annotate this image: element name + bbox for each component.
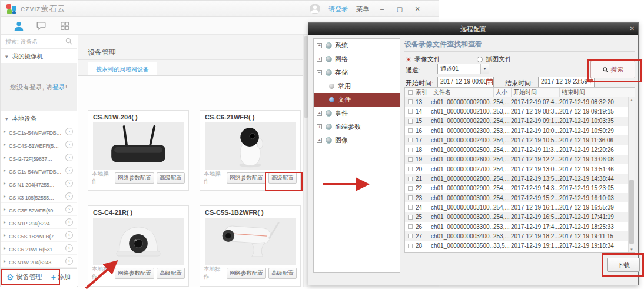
device-search-input[interactable]: 搜索: 设备名: [1, 35, 77, 49]
row-checkbox[interactable]: [408, 177, 413, 181]
chevron-down-icon[interactable]: ▼: [480, 64, 489, 74]
tab-lan-devices[interactable]: 搜索到的局域网设备: [88, 62, 157, 76]
close-button[interactable]: ✕: [413, 5, 422, 13]
device-expand-button[interactable]: ›: [65, 218, 73, 226]
tree-expander-icon[interactable]: −: [317, 70, 322, 75]
device-expand-button[interactable]: ›: [65, 192, 73, 200]
row-checkbox[interactable]: [408, 244, 413, 248]
tree-expander-icon[interactable]: +: [317, 43, 322, 48]
scroll-up-icon[interactable]: ▲: [629, 97, 635, 103]
network-config-button[interactable]: 网络参数配置: [115, 268, 154, 279]
row-checkbox[interactable]: [408, 215, 413, 220]
login-link[interactable]: 请登录: [328, 5, 348, 14]
content-scrollbar[interactable]: [303, 35, 308, 287]
table-row[interactable]: 15ch01_0000000002200...254,...2017-12-19…: [405, 117, 635, 126]
select-all-checkbox[interactable]: [408, 90, 413, 95]
maximize-button[interactable]: ▢: [395, 5, 404, 13]
table-row[interactable]: 27ch01_0000000003400...253,...2017-12-19…: [405, 231, 635, 241]
menu-button[interactable]: 菜单: [356, 5, 369, 14]
table-row[interactable]: 28ch01_0000000003500...33,5...2017-12-19…: [405, 241, 635, 250]
tree-item-系统[interactable]: +系统: [314, 39, 400, 52]
row-checkbox[interactable]: [408, 109, 413, 114]
row-checkbox[interactable]: [408, 119, 413, 124]
device-list-item[interactable]: ▸CS-N1-204(47255…›: [1, 177, 77, 190]
device-expand-button[interactable]: ›: [65, 180, 73, 187]
device-expand-button[interactable]: ›: [65, 154, 73, 161]
advanced-config-button[interactable]: 高级配置: [268, 268, 297, 279]
device-list-item[interactable]: ▸CS-C1s-54WFWFDB…›: [1, 164, 77, 177]
my-cameras-section[interactable]: ▾ 我的摄像机: [1, 49, 77, 63]
apps-tab-icon[interactable]: [59, 21, 70, 31]
channel-select[interactable]: 通道01 ▼: [437, 64, 489, 74]
tree-expander-icon[interactable]: +: [317, 138, 322, 143]
table-row[interactable]: 25ch01_0000000003200...254,...2017-12-19…: [405, 212, 635, 222]
table-row[interactable]: 13ch01_0000000002000...254,...2017-12-19…: [405, 97, 635, 107]
table-row[interactable]: 22ch01_0000000002900...254,...2017-12-19…: [405, 184, 635, 193]
tree-item-事件[interactable]: +事件: [314, 107, 400, 120]
user-tab-icon[interactable]: [14, 21, 24, 31]
device-expand-button[interactable]: ›: [65, 231, 73, 239]
row-checkbox[interactable]: [408, 99, 413, 104]
row-checkbox[interactable]: [408, 157, 413, 162]
network-config-button[interactable]: 网络参数配置: [227, 172, 266, 184]
snapshot-file-radio[interactable]: [477, 57, 483, 62]
tree-item-前端参数[interactable]: +前端参数: [314, 120, 400, 134]
device-list-item[interactable]: ▸CS-C4S-51WEFR(5…›: [1, 138, 77, 151]
row-checkbox[interactable]: [408, 195, 413, 200]
device-expand-button[interactable]: ›: [65, 257, 73, 265]
table-scrollbar[interactable]: ▲ ▼: [628, 97, 635, 253]
scroll-down-icon[interactable]: ▼: [629, 247, 635, 253]
device-list-item[interactable]: ▸CS-C1s-54WFWFDB…›: [1, 125, 77, 138]
device-list-item[interactable]: ▸CS-N1P-204(6224…›: [1, 216, 77, 229]
add-device-button[interactable]: + 添加: [51, 273, 71, 281]
device-list-item[interactable]: ▸CS-C5S-1B2WFR(7…›: [1, 229, 77, 242]
row-checkbox[interactable]: [408, 234, 413, 238]
tree-expander-icon[interactable]: +: [317, 57, 322, 62]
local-devices-section[interactable]: ▾ 本地设备: [1, 111, 77, 125]
dialog-titlebar[interactable]: 远程配置 ✕: [308, 23, 638, 35]
device-expand-button[interactable]: ›: [65, 128, 73, 135]
device-list-item[interactable]: ▸CS-C3E-52WFR(89…›: [1, 203, 77, 216]
search-button[interactable]: 搜索: [590, 61, 635, 78]
device-list-item[interactable]: ▸CS-I2-72F(59837…›: [1, 151, 77, 164]
download-button[interactable]: 下载: [607, 258, 640, 272]
table-row[interactable]: 21ch01_0000000002800...254,...2017-12-19…: [405, 174, 635, 183]
tree-item-常用[interactable]: 常用: [314, 79, 400, 93]
table-row[interactable]: 16ch01_0000000002300...253,...2017-12-19…: [405, 126, 635, 135]
table-row[interactable]: 24ch01_0000000003100...254,...2017-12-19…: [405, 202, 635, 212]
network-config-button[interactable]: 网络参数配置: [115, 172, 154, 184]
device-expand-button[interactable]: ›: [65, 141, 73, 148]
table-row[interactable]: 14ch01_0000000002100...253,...2017-12-19…: [405, 107, 635, 116]
tree-expander-icon[interactable]: +: [317, 111, 322, 116]
login-notice-link[interactable]: 登录: [52, 84, 65, 91]
table-row[interactable]: 17ch01_0000000002400...254,...2017-12-19…: [405, 135, 635, 145]
row-checkbox[interactable]: [408, 224, 413, 229]
start-time-input[interactable]: 2017-12-19 00:00: [437, 77, 494, 87]
chat-tab-icon[interactable]: [36, 21, 47, 31]
row-checkbox[interactable]: [408, 128, 413, 133]
table-row[interactable]: 19ch01_0000000002600...254,...2017-12-19…: [405, 155, 635, 164]
table-scrollbar-thumb[interactable]: [629, 180, 634, 244]
advanced-config-button[interactable]: 高级配置: [157, 268, 185, 279]
record-file-radio[interactable]: [406, 57, 411, 62]
device-list-item[interactable]: ▸CS-X3-108(52555…›: [1, 190, 77, 203]
table-row[interactable]: 18ch01_0000000002500...254,...2017-12-19…: [405, 145, 635, 154]
row-checkbox[interactable]: [408, 138, 413, 142]
device-list-item[interactable]: ▸CS-N1W-204(6243…›: [1, 255, 77, 268]
dialog-close-icon[interactable]: ✕: [630, 23, 635, 35]
tree-item-网络[interactable]: +网络: [314, 52, 400, 66]
search-icon[interactable]: [65, 37, 73, 48]
calendar-icon[interactable]: [587, 78, 593, 85]
row-checkbox[interactable]: [408, 167, 413, 171]
table-row[interactable]: 23ch01_0000000003000...254,...2017-12-19…: [405, 193, 635, 202]
minimize-button[interactable]: –: [377, 5, 387, 12]
advanced-config-button[interactable]: 高级配置: [268, 172, 297, 184]
device-expand-button[interactable]: ›: [65, 205, 73, 213]
row-checkbox[interactable]: [408, 205, 413, 210]
table-row[interactable]: 26ch01_0000000003300...253,...2017-12-19…: [405, 222, 635, 231]
advanced-config-button[interactable]: 高级配置: [157, 172, 185, 184]
end-time-input[interactable]: 2017-12-19 23:59: [538, 77, 595, 87]
tree-item-图像[interactable]: +图像: [314, 134, 400, 147]
device-manage-button[interactable]: ⚙ 设备管理: [6, 273, 42, 281]
tree-item-存储[interactable]: −存储: [314, 66, 400, 79]
